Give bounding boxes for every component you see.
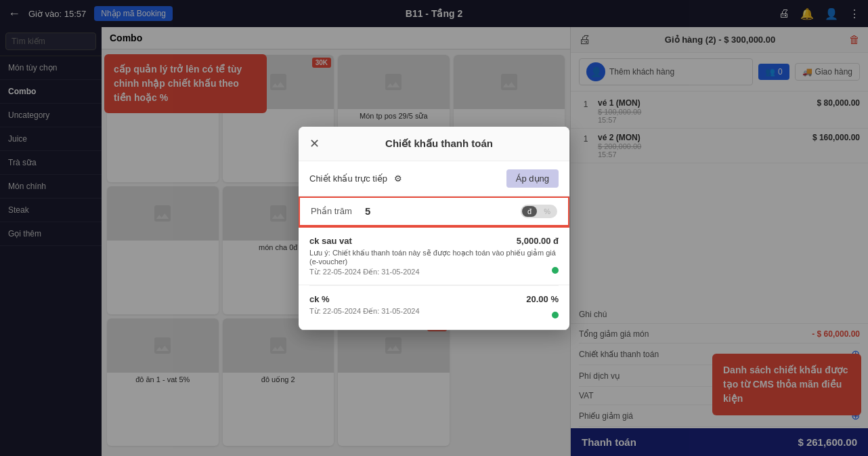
toggle-percent[interactable]: đ: [522, 206, 537, 217]
modal-overlay: ✕ Chiết khấu thanh toán Chiết khấu trực …: [0, 0, 868, 456]
discount-type-row: Chiết khấu trực tiếp ⚙ Áp dụng: [299, 161, 569, 196]
voucher-item[interactable]: ck % 20.00 % Từ: 22-05-2024 Đến: 31-05-2…: [299, 286, 569, 330]
modal-title: Chiết khấu thanh toán: [385, 138, 493, 150]
discount-input-row: Phần trăm đ %: [299, 196, 569, 226]
discount-type-toggle[interactable]: đ %: [521, 205, 557, 218]
voucher-active-dot: [552, 312, 559, 318]
discount-value-input[interactable]: [365, 205, 514, 217]
voucher-item-header: ck % 20.00 %: [309, 294, 559, 304]
discount-input-label: Phần trăm: [311, 206, 358, 216]
voucher-amount: 5,000.00 đ: [517, 236, 559, 246]
modal-header: ✕ Chiết khấu thanh toán: [299, 127, 569, 161]
voucher-date: Từ: 22-05-2024 Đến: 31-05-2024: [309, 307, 559, 316]
discount-modal: ✕ Chiết khấu thanh toán Chiết khấu trực …: [299, 127, 569, 330]
voucher-item[interactable]: ck sau vat 5,000.00 đ Lưu ý: Chiết khấu …: [299, 228, 569, 285]
modal-close-btn[interactable]: ✕: [309, 136, 320, 151]
discount-settings-icon[interactable]: ⚙: [394, 173, 402, 184]
voucher-name: ck %: [309, 294, 330, 304]
discount-apply-btn[interactable]: Áp dụng: [506, 169, 559, 188]
voucher-active-dot: [552, 267, 559, 274]
discount-type-label: Chiết khấu trực tiếp ⚙: [309, 173, 402, 184]
voucher-date: Từ: 22-05-2024 Đến: 31-05-2024: [309, 268, 559, 276]
voucher-amount: 20.00 %: [526, 294, 559, 304]
toggle-dong[interactable]: %: [538, 206, 556, 217]
voucher-list: ck sau vat 5,000.00 đ Lưu ý: Chiết khấu …: [299, 226, 569, 330]
voucher-note: Lưu ý: Chiết khấu thanh toán này sẽ được…: [309, 249, 559, 266]
voucher-item-header: ck sau vat 5,000.00 đ: [309, 236, 559, 246]
voucher-name: ck sau vat: [309, 236, 352, 246]
